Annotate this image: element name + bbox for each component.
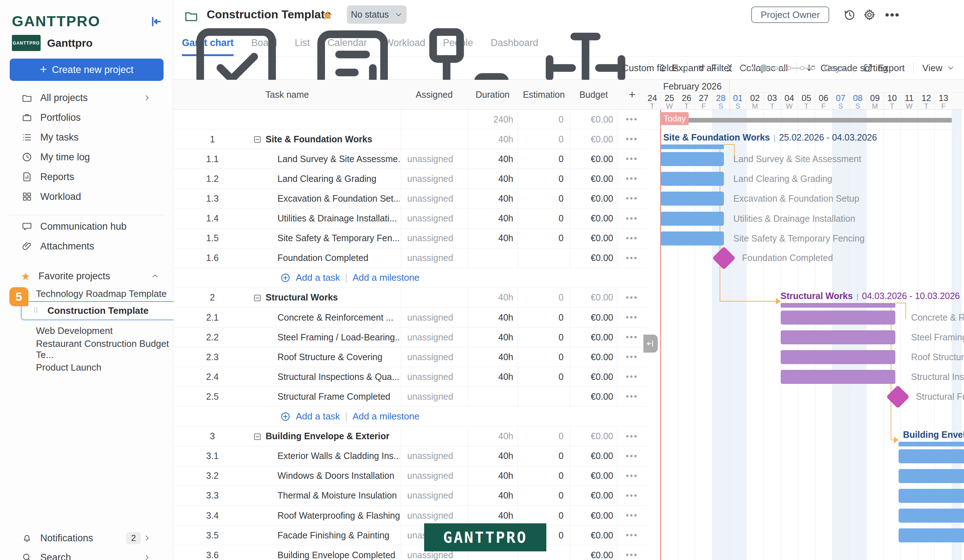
- budget-cell[interactable]: €0.00: [565, 387, 613, 406]
- assigned-cell[interactable]: unassigned: [407, 308, 467, 327]
- table-row[interactable]: 1.3Excavation & Foundation Set...unassig…: [174, 189, 647, 208]
- budget-cell[interactable]: €0.00: [565, 169, 613, 188]
- estimation-cell[interactable]: 0: [515, 506, 563, 525]
- column-header-task-name[interactable]: Task name: [174, 80, 401, 110]
- task-bar[interactable]: [661, 212, 724, 226]
- assigned-cell[interactable]: unassigned: [407, 347, 467, 366]
- assigned-cell[interactable]: unassigned: [407, 466, 467, 485]
- budget-cell[interactable]: €0.00: [565, 288, 613, 307]
- table-row[interactable]: 2.5Structural Frame Completedunassigned€…: [174, 387, 647, 407]
- task-name[interactable]: Thermal & Moisture Insulation: [277, 486, 400, 505]
- row-actions-button[interactable]: •••: [621, 526, 643, 545]
- milestone-diamond[interactable]: [886, 385, 909, 408]
- task-bar[interactable]: [899, 469, 964, 483]
- sidebar-item-my-time-log[interactable]: My time log: [0, 147, 173, 167]
- estimation-cell[interactable]: 0: [515, 308, 563, 327]
- task-bar[interactable]: [781, 350, 896, 364]
- filter-button[interactable]: Filter: [696, 63, 732, 74]
- duration-cell[interactable]: 40h: [461, 308, 513, 327]
- estimation-cell[interactable]: 0: [515, 367, 563, 386]
- slider-dot[interactable]: [787, 66, 791, 70]
- row-actions-button[interactable]: •••: [621, 506, 643, 525]
- estimation-cell[interactable]: 0: [515, 110, 563, 129]
- sidebar-project-restaurant-construction[interactable]: Restaurant Construction Budget Te...: [0, 340, 173, 358]
- row-actions-button[interactable]: •••: [621, 248, 643, 268]
- budget-cell[interactable]: €0.00: [565, 427, 613, 446]
- sidebar-project-web-development[interactable]: Web Development: [0, 322, 173, 340]
- table-row[interactable]: 1.6Foundation Completedunassigned€0.00••…: [174, 248, 647, 268]
- slider-dot[interactable]: [811, 66, 815, 70]
- table-row[interactable]: 1.1Land Survey & Site Assessme...unassig…: [174, 149, 647, 169]
- assigned-cell[interactable]: unassigned: [407, 169, 467, 188]
- table-row[interactable]: 1.5Site Safety & Temporary Fen...unassig…: [174, 229, 647, 248]
- table-row[interactable]: 240h0€0.00•••: [174, 110, 647, 129]
- section-summary-bar[interactable]: [899, 442, 964, 446]
- duration-cell[interactable]: 40h: [461, 189, 513, 208]
- assigned-cell[interactable]: unassigned: [407, 327, 467, 347]
- view-button[interactable]: View: [922, 63, 955, 74]
- collapse-section-icon[interactable]: [253, 293, 262, 303]
- favorite-projects-header[interactable]: ★ Favorite projects: [0, 266, 173, 286]
- table-row[interactable]: 3Building Envelope & Exterior40h0€0.00••…: [174, 427, 647, 446]
- assigned-cell[interactable]: unassigned: [407, 149, 467, 169]
- custom-fields-button[interactable]: Custom fields: [607, 63, 679, 74]
- add-task-link[interactable]: Add a task: [296, 272, 340, 283]
- table-row[interactable]: 2.1Concrete & Reinforcement ...unassigne…: [174, 308, 647, 327]
- sidebar-item-reports[interactable]: Reports: [0, 167, 173, 187]
- slider-handle[interactable]: [760, 64, 767, 72]
- budget-cell[interactable]: €0.00: [565, 347, 613, 366]
- assigned-cell[interactable]: unassigned: [407, 209, 467, 228]
- slider-dot[interactable]: [800, 66, 804, 70]
- assigned-cell[interactable]: unassigned: [407, 446, 467, 466]
- row-actions-button[interactable]: •••: [621, 387, 643, 406]
- task-name[interactable]: Utilities & Drainage Installati...: [277, 209, 400, 228]
- estimation-cell[interactable]: 0: [515, 347, 563, 366]
- assigned-cell[interactable]: unassigned: [407, 367, 467, 386]
- table-row[interactable]: 2.3Roof Structure & Coveringunassigned40…: [174, 347, 647, 367]
- workspace-avatar[interactable]: GANTTPRO: [12, 35, 41, 51]
- row-actions-button[interactable]: •••: [621, 466, 643, 485]
- table-row[interactable]: Add a task|Add a milestone: [174, 407, 647, 427]
- row-actions-button[interactable]: •••: [621, 189, 643, 208]
- assigned-cell[interactable]: unassigned: [407, 486, 467, 505]
- task-name[interactable]: Site Safety & Temporary Fen...: [277, 229, 400, 248]
- sidebar-item-communication-hub[interactable]: Communication hub: [0, 217, 173, 236]
- budget-cell[interactable]: €0.00: [565, 367, 613, 386]
- section-name[interactable]: Building Envelope & Exterior: [265, 427, 399, 446]
- duration-cell[interactable]: 40h: [461, 506, 513, 525]
- duration-cell[interactable]: 40h: [461, 129, 513, 149]
- budget-cell[interactable]: €0.00: [565, 327, 613, 347]
- estimation-cell[interactable]: 0: [515, 189, 563, 208]
- task-bar[interactable]: [899, 489, 964, 503]
- budget-cell[interactable]: €0.00: [565, 229, 613, 248]
- duration-cell[interactable]: 40h: [461, 486, 513, 505]
- export-button[interactable]: Export: [863, 63, 905, 74]
- row-actions-button[interactable]: •••: [621, 486, 643, 505]
- sidebar-item-all-projects[interactable]: All projects: [0, 88, 173, 107]
- table-row[interactable]: Add a task|Add a milestone: [174, 268, 647, 288]
- duration-cell[interactable]: 40h: [461, 347, 513, 366]
- task-bar[interactable]: [899, 449, 964, 463]
- row-actions-button[interactable]: •••: [621, 347, 643, 366]
- budget-cell[interactable]: €0.00: [565, 209, 613, 228]
- task-name[interactable]: Windows & Doors Installation: [277, 466, 400, 485]
- task-bar[interactable]: [661, 192, 724, 205]
- duration-cell[interactable]: 40h: [461, 327, 513, 347]
- table-row[interactable]: 1.2Land Clearing & Gradingunassigned40h0…: [174, 169, 647, 189]
- table-row[interactable]: 3.5Facade Finishing & Paintingunassigned…: [174, 526, 647, 545]
- budget-cell[interactable]: €0.00: [565, 110, 613, 129]
- section-name[interactable]: Structural Works: [265, 288, 399, 307]
- task-name[interactable]: Structural Frame Completed: [277, 387, 400, 406]
- duration-cell[interactable]: 40h: [461, 367, 513, 386]
- collapse-section-icon[interactable]: [253, 135, 262, 144]
- table-row[interactable]: 3.4Roof Waterproofing & Flashingunassign…: [174, 506, 647, 526]
- drag-handle-icon[interactable]: ⠿: [33, 309, 39, 313]
- sidebar-item-search[interactable]: Search: [0, 548, 173, 560]
- add-column-button[interactable]: +: [617, 80, 647, 110]
- column-header-budget[interactable]: Budget: [570, 80, 617, 110]
- budget-cell[interactable]: €0.00: [565, 308, 613, 327]
- task-bar[interactable]: [661, 231, 724, 246]
- sidebar-item-attachments[interactable]: Attachments: [0, 236, 173, 256]
- task-bar[interactable]: [661, 152, 724, 166]
- duration-cell[interactable]: 40h: [461, 446, 513, 466]
